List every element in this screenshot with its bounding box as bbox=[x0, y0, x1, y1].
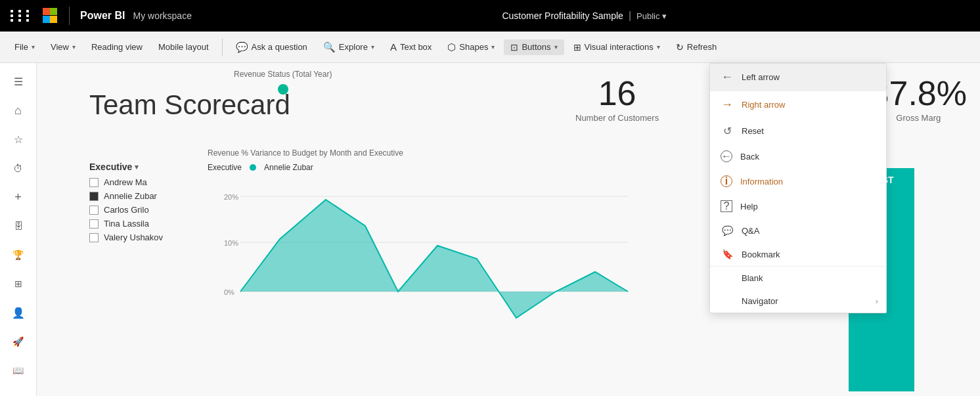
explore-icon: 🔍 bbox=[323, 41, 336, 53]
toolbar: File ▾ View ▾ Reading view Mobile layout… bbox=[0, 32, 980, 63]
report-name: Customer Profitability Sample bbox=[502, 11, 623, 21]
bookmark-icon: 🔖 bbox=[721, 249, 734, 259]
shapes-chevron: ▾ bbox=[491, 43, 495, 51]
help-label: Help bbox=[740, 202, 758, 211]
workspace-label[interactable]: My workspace bbox=[133, 11, 191, 21]
ask-question-label: Ask a question bbox=[252, 42, 307, 52]
sidebar-item-recent[interactable]: ⏱ bbox=[5, 155, 32, 181]
legend-dot-annelie bbox=[250, 164, 256, 171]
visibility-label: Public bbox=[636, 11, 659, 21]
sidebar-item-create[interactable]: + bbox=[5, 184, 32, 210]
help-item[interactable]: ? Help bbox=[710, 194, 886, 219]
bookmark-item[interactable]: 🔖 Bookmark bbox=[710, 242, 886, 266]
sidebar: ☰ ⌂ ☆ ⏱ + 🗄 🏆 ⊞ 👤 🚀 📖 bbox=[0, 63, 37, 396]
bookmark-label: Bookmark bbox=[742, 250, 780, 259]
exec-name-andrew: Andrew Ma bbox=[104, 177, 147, 187]
navigator-submenu-icon: › bbox=[876, 296, 878, 306]
list-item[interactable]: Andrew Ma bbox=[89, 177, 163, 187]
revenue-status: Revenue Status (Total Year) bbox=[234, 70, 332, 95]
list-item[interactable]: Valery Ushakov bbox=[89, 232, 163, 242]
sidebar-item-deploy[interactable]: 🚀 bbox=[5, 328, 32, 355]
back-icon: ← bbox=[721, 150, 732, 162]
sidebar-item-favorites[interactable]: ☆ bbox=[5, 126, 32, 152]
left-arrow-icon: ← bbox=[721, 70, 734, 84]
checkbox-tina[interactable] bbox=[89, 219, 99, 229]
chart-area-fill bbox=[240, 200, 628, 318]
mobile-layout-btn[interactable]: Mobile layout bbox=[152, 39, 215, 55]
svg-text:20%: 20% bbox=[224, 193, 238, 201]
list-item[interactable]: Tina Lassila bbox=[89, 219, 163, 229]
visibility-badge[interactable]: Public ▾ bbox=[636, 11, 667, 21]
exec-name-valery: Valery Ushakov bbox=[104, 232, 163, 242]
reset-item[interactable]: ↺ Reset bbox=[710, 118, 886, 144]
sidebar-item-learn[interactable]: 📖 bbox=[5, 357, 32, 384]
list-item[interactable]: Carlos Grilo bbox=[89, 205, 163, 215]
buttons-label: Buttons bbox=[522, 42, 550, 52]
buttons-icon: ⊡ bbox=[510, 42, 518, 53]
kpi-customers-number: 16 bbox=[575, 76, 659, 110]
chart-area: Revenue % Variance to Budget by Month an… bbox=[208, 148, 667, 378]
qa-item[interactable]: 💬 Q&A bbox=[710, 219, 886, 242]
right-arrow-item[interactable]: → Right arrow bbox=[710, 91, 886, 118]
view-chevron: ▾ bbox=[72, 43, 76, 51]
sidebar-item-goals[interactable]: 🏆 bbox=[5, 242, 32, 268]
back-item[interactable]: ← Back bbox=[710, 144, 886, 169]
svg-text:0%: 0% bbox=[224, 288, 234, 296]
kpi-customers-label: Number of Customers bbox=[575, 113, 659, 123]
checkbox-annelie[interactable] bbox=[89, 192, 99, 201]
file-menu[interactable]: File ▾ bbox=[8, 39, 41, 55]
shapes-btn[interactable]: ⬡ Shapes ▾ bbox=[441, 39, 501, 56]
revenue-chart: 20% 10% 0% bbox=[208, 180, 635, 344]
visibility-chevron: ▾ bbox=[662, 11, 667, 21]
top-bar-center: Customer Profitability Sample | Public ▾ bbox=[200, 10, 969, 22]
buttons-dropdown-menu: ← Left arrow → Right arrow ↺ Reset ← Bac… bbox=[709, 63, 887, 313]
chat-icon: 💬 bbox=[236, 41, 248, 53]
exec-filter-chevron: ▾ bbox=[135, 163, 139, 171]
sidebar-item-apps[interactable]: ⊞ bbox=[5, 271, 32, 297]
reset-icon: ↺ bbox=[721, 125, 734, 137]
left-arrow-label: Left arrow bbox=[742, 72, 780, 82]
refresh-btn[interactable]: ↻ Refresh bbox=[669, 39, 724, 55]
executive-filter: Executive ▾ Andrew Ma Annelie Zubar Carl… bbox=[89, 162, 163, 242]
executive-list: Andrew Ma Annelie Zubar Carlos Grilo Tin… bbox=[89, 177, 163, 242]
mobile-layout-label: Mobile layout bbox=[158, 42, 209, 52]
list-item[interactable]: Annelie Zubar bbox=[89, 191, 163, 201]
exec-name-annelie: Annelie Zubar bbox=[104, 191, 157, 201]
file-chevron: ▾ bbox=[32, 43, 35, 51]
reading-view-btn[interactable]: Reading view bbox=[85, 39, 149, 55]
refresh-icon: ↻ bbox=[676, 42, 684, 53]
navigator-item[interactable]: Navigator › bbox=[710, 290, 886, 313]
legend-annelie-label: Annelie Zubar bbox=[264, 163, 313, 172]
text-box-btn[interactable]: A Text box bbox=[384, 39, 438, 55]
checkbox-valery[interactable] bbox=[89, 233, 99, 242]
visual-interactions-icon: ⊞ bbox=[573, 42, 581, 53]
checkbox-carlos[interactable] bbox=[89, 206, 99, 215]
back-label: Back bbox=[740, 152, 759, 162]
legend-exec-label: Executive bbox=[208, 163, 242, 172]
app-grid-icon[interactable] bbox=[11, 10, 32, 22]
executive-filter-label[interactable]: Executive ▾ bbox=[89, 162, 163, 172]
blank-item[interactable]: Blank bbox=[710, 267, 886, 290]
ask-question-btn[interactable]: 💬 Ask a question bbox=[229, 39, 314, 56]
sidebar-item-datasets[interactable]: 🗄 bbox=[5, 213, 32, 239]
visual-interactions-btn[interactable]: ⊞ Visual interactions ▾ bbox=[567, 39, 667, 55]
explore-label: Explore bbox=[339, 42, 368, 52]
sidebar-item-menu[interactable]: ☰ bbox=[5, 68, 32, 95]
kpi-customers-card: 16 Number of Customers bbox=[575, 76, 659, 123]
sidebar-item-home[interactable]: ⌂ bbox=[5, 97, 32, 123]
top-bar: Power BI My workspace Customer Profitabi… bbox=[0, 0, 980, 32]
information-icon: i bbox=[721, 175, 732, 187]
toolbar-divider-1 bbox=[222, 38, 223, 56]
information-label: Information bbox=[740, 177, 783, 187]
checkbox-andrew[interactable] bbox=[89, 178, 99, 187]
buttons-btn[interactable]: ⊡ Buttons ▾ bbox=[504, 39, 564, 55]
information-item[interactable]: i Information bbox=[710, 169, 886, 194]
explore-btn[interactable]: 🔍 Explore ▾ bbox=[317, 39, 381, 56]
logo-divider bbox=[69, 7, 70, 25]
view-label: View bbox=[51, 42, 69, 52]
sidebar-item-people[interactable]: 👤 bbox=[5, 299, 32, 326]
view-menu[interactable]: View ▾ bbox=[44, 39, 82, 55]
app-title: Power BI bbox=[80, 10, 125, 22]
exec-name-tina: Tina Lassila bbox=[104, 219, 149, 229]
left-arrow-item[interactable]: ← Left arrow bbox=[710, 64, 886, 91]
